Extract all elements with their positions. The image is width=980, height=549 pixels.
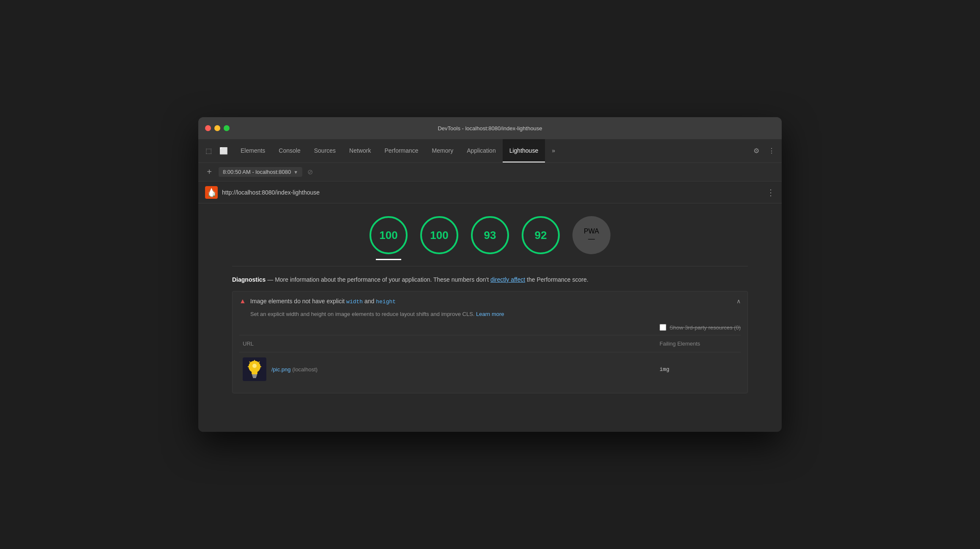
inspect-icon[interactable]: ⬚ — [202, 144, 215, 158]
warning-body: Set an explicit width and height on imag… — [233, 311, 747, 393]
lighthouse-menu-icon[interactable]: ⋮ — [766, 187, 775, 198]
pwa-circle[interactable]: PWA — — [572, 216, 610, 254]
col-header-url: URL — [239, 339, 656, 349]
col-header-failing: Failing Elements — [656, 339, 741, 349]
lighthouse-url: http://localhost:8080/index-lighthouse — [222, 189, 762, 196]
table-cell-failing: img — [656, 364, 741, 374]
new-tab-button[interactable]: + — [203, 166, 215, 178]
chevron-up-icon: ∧ — [736, 298, 741, 305]
main-content: 100 100 93 92 PWA — — [198, 203, 782, 432]
tab-performance[interactable]: Performance — [378, 139, 425, 162]
tab-bar-right: ⚙ ⋮ — [746, 139, 782, 162]
stop-loading-icon[interactable]: ⊘ — [307, 168, 313, 176]
learn-more-link[interactable]: Learn more — [476, 311, 504, 317]
diagnostics-bold: Diagnostics — [232, 276, 266, 283]
table-cell-url: /pic.png (localhost) — [239, 356, 656, 383]
show-3rd-party-checkbox[interactable] — [660, 324, 666, 331]
pwa-dash: — — [588, 235, 595, 243]
table-header: URL Failing Elements — [239, 335, 741, 352]
tab-memory[interactable]: Memory — [425, 139, 460, 162]
warning-desc-text: Set an explicit width and height on imag… — [250, 311, 476, 317]
svg-point-8 — [252, 364, 257, 368]
warning-header[interactable]: ▲ Image elements do not have explicit wi… — [233, 291, 747, 311]
score-value-3: 92 — [535, 229, 547, 242]
image-thumbnail — [243, 357, 266, 381]
lighthouse-header: 🏠 http://localhost:8080/index-lighthouse… — [198, 181, 782, 203]
svg-rect-5 — [252, 374, 257, 376]
address-input[interactable]: 8:00:50 AM - localhost:8080 ▼ — [219, 167, 302, 177]
url-host: (localhost) — [292, 366, 318, 373]
svg-line-10 — [259, 362, 260, 362]
score-circle-0[interactable]: 100 — [370, 216, 408, 254]
pwa-label: PWA — [584, 228, 599, 235]
traffic-lights — [205, 125, 230, 131]
show-3rd-party-label[interactable]: Show 3rd-party resources (0) — [670, 324, 741, 331]
tab-elements[interactable]: Elements — [234, 139, 272, 162]
svg-rect-6 — [252, 376, 257, 377]
lighthouse-logo-icon: 🏠 — [205, 186, 218, 199]
address-text: 8:00:50 AM - localhost:8080 — [223, 169, 291, 175]
warning-code-width: width — [346, 299, 363, 305]
tab-more[interactable]: » — [545, 139, 562, 162]
diagnostics-end: the Performance score. — [525, 276, 588, 283]
score-value-2: 93 — [484, 229, 496, 242]
warning-title: Image elements do not have explicit widt… — [250, 298, 732, 305]
more-options-icon[interactable]: ⋮ — [765, 144, 778, 158]
devtools-window: DevTools - localhost:8080/index-lighthou… — [198, 117, 782, 432]
tab-application[interactable]: Application — [460, 139, 503, 162]
maximize-button[interactable] — [224, 125, 230, 131]
tab-network[interactable]: Network — [342, 139, 378, 162]
tab-bar: ⬚ ⬜ Elements Console Sources Network Per… — [198, 139, 782, 163]
address-dropdown-icon[interactable]: ▼ — [293, 170, 298, 175]
warning-item: ▲ Image elements do not have explicit wi… — [232, 291, 748, 393]
tab-console[interactable]: Console — [272, 139, 307, 162]
settings-icon[interactable]: ⚙ — [750, 144, 763, 158]
score-circle-1[interactable]: 100 — [420, 216, 458, 254]
svg-rect-3 — [210, 192, 213, 196]
warning-triangle-icon: ▲ — [239, 297, 246, 305]
table-row: /pic.png (localhost) img — [239, 352, 741, 386]
url-link[interactable]: /pic.png — [271, 366, 291, 373]
svg-rect-7 — [253, 377, 256, 378]
minimize-button[interactable] — [214, 125, 220, 131]
score-value-0: 100 — [379, 229, 397, 242]
show-3rd-party-container: Show 3rd-party resources (0) — [660, 324, 741, 331]
score-circle-2[interactable]: 93 — [471, 216, 509, 254]
device-icon[interactable]: ⬜ — [217, 144, 230, 158]
diagnostics-text: — More information about the performance… — [266, 276, 490, 283]
close-button[interactable] — [205, 125, 211, 131]
scores-row: 100 100 93 92 PWA — — [198, 203, 782, 263]
directly-affect-link[interactable]: directly affect — [490, 276, 525, 283]
tab-lighthouse[interactable]: Lighthouse — [503, 139, 545, 162]
warning-title-before: Image elements do not have explicit — [250, 298, 346, 305]
svg-line-11 — [249, 362, 250, 362]
address-bar: + 8:00:50 AM - localhost:8080 ▼ ⊘ — [198, 163, 782, 181]
failing-element-text: img — [660, 366, 669, 373]
tab-bar-icons: ⬚ ⬜ — [198, 139, 234, 162]
url-info: /pic.png (localhost) — [271, 366, 318, 373]
score-value-1: 100 — [430, 229, 448, 242]
warning-code-height: height — [376, 299, 396, 305]
diagnostics-section: Diagnostics — More information about the… — [198, 266, 782, 402]
diagnostics-heading: Diagnostics — More information about the… — [232, 275, 748, 284]
score-circle-3[interactable]: 92 — [522, 216, 560, 254]
title-bar: DevTools - localhost:8080/index-lighthou… — [198, 117, 782, 139]
lightbulb-icon — [246, 359, 263, 379]
window-title: DevTools - localhost:8080/index-lighthou… — [438, 125, 542, 132]
warning-title-mid: and — [363, 298, 376, 305]
tab-sources[interactable]: Sources — [307, 139, 342, 162]
warning-description: Set an explicit width and height on imag… — [239, 311, 741, 317]
